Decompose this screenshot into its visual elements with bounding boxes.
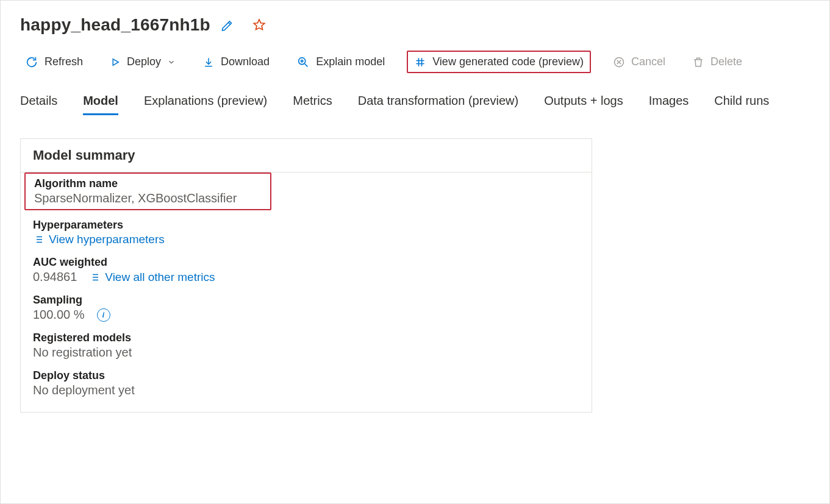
cancel-button: Cancel — [608, 52, 670, 72]
star-icon[interactable] — [252, 18, 267, 32]
download-button[interactable]: Download — [198, 52, 274, 72]
info-icon[interactable]: i — [97, 308, 110, 322]
tab-explanations[interactable]: Explanations (preview) — [144, 91, 267, 114]
deploy-label: Deploy — [127, 55, 161, 68]
auc-link-text: View all other metrics — [105, 271, 215, 284]
delete-button: Delete — [687, 52, 747, 72]
toolbar: Refresh Deploy Download Explain model Vi… — [20, 51, 810, 73]
auc-weighted-field: AUC weighted 0.94861 View all other metr… — [21, 250, 592, 288]
deploy-status-label: Deploy status — [33, 369, 579, 382]
view-hyperparameters-link[interactable]: View hyperparameters — [33, 233, 165, 246]
explain-model-button[interactable]: Explain model — [292, 52, 390, 73]
explain-label: Explain model — [316, 55, 385, 68]
refresh-button[interactable]: Refresh — [20, 52, 88, 73]
chevron-down-icon — [167, 58, 176, 66]
tabs: Details Model Explanations (preview) Met… — [20, 91, 810, 114]
tab-details[interactable]: Details — [20, 91, 57, 114]
deploy-status-value: No deployment yet — [33, 383, 579, 397]
page-title: happy_head_1667nh1b — [20, 15, 210, 35]
registered-label: Registered models — [33, 332, 579, 344]
tab-model[interactable]: Model — [83, 91, 118, 114]
view-generated-code-button[interactable]: View generated code (preview) — [407, 51, 591, 73]
tab-images[interactable]: Images — [649, 91, 689, 114]
edit-icon[interactable] — [220, 18, 235, 32]
deploy-button[interactable]: Deploy — [105, 52, 181, 72]
hyperparameters-field: Hyperparameters View hyperparameters — [21, 213, 592, 250]
sampling-value: 100.00 % — [33, 308, 85, 322]
list-icon — [33, 234, 44, 245]
cancel-label: Cancel — [631, 55, 665, 68]
hyperparameters-label: Hyperparameters — [33, 219, 579, 232]
refresh-label: Refresh — [45, 55, 83, 68]
algorithm-name-value: SparseNormalizer, XGBoostClassifier — [34, 191, 262, 205]
viewcode-label: View generated code (preview) — [432, 55, 584, 68]
tab-data-transformation[interactable]: Data transformation (preview) — [358, 91, 518, 114]
delete-label: Delete — [710, 55, 742, 68]
view-other-metrics-link[interactable]: View all other metrics — [89, 271, 215, 284]
model-summary-title: Model summary — [21, 139, 592, 172]
algorithm-name-field: Algorithm name SparseNormalizer, XGBoost… — [24, 172, 271, 210]
download-label: Download — [221, 55, 270, 68]
sampling-field: Sampling 100.00 % i — [21, 288, 592, 325]
algorithm-name-label: Algorithm name — [34, 177, 262, 190]
model-summary-card: Model summary Algorithm name SparseNorma… — [20, 138, 592, 413]
list-icon — [89, 272, 100, 283]
tab-outputs-logs[interactable]: Outputs + logs — [544, 91, 623, 114]
registered-models-field: Registered models No registration yet — [21, 325, 592, 363]
deploy-status-field: Deploy status No deployment yet — [21, 363, 592, 401]
hyperparameters-link-text: View hyperparameters — [49, 233, 165, 246]
registered-value: No registration yet — [33, 346, 579, 360]
tab-metrics[interactable]: Metrics — [293, 91, 332, 114]
tab-child-runs[interactable]: Child runs — [714, 91, 769, 114]
sampling-label: Sampling — [33, 294, 579, 307]
title-row: happy_head_1667nh1b — [20, 15, 810, 35]
auc-label: AUC weighted — [33, 256, 579, 269]
auc-value: 0.94861 — [33, 270, 77, 284]
